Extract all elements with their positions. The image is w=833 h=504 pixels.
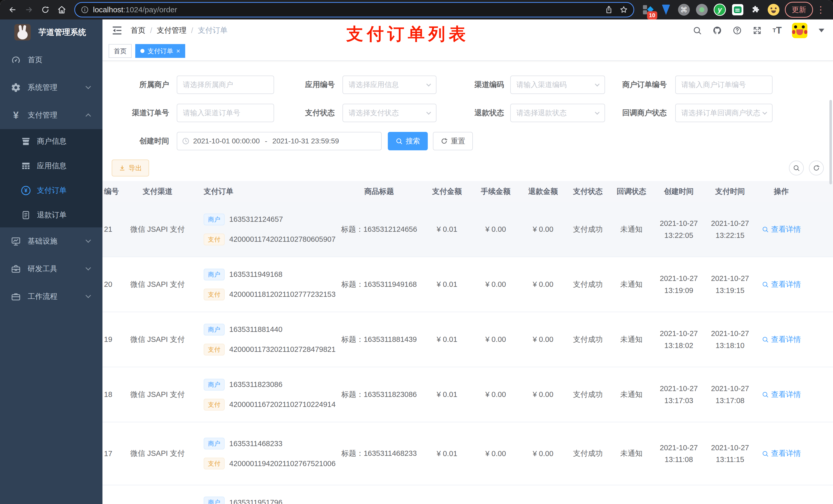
filter-label-app: 应用编号 <box>274 80 335 90</box>
sidebar-item-label: 应用信息 <box>37 161 67 171</box>
sidebar-item-merchant-info[interactable]: 商户信息 <box>0 129 102 154</box>
refund-status-select[interactable]: 请选择退款状态 <box>510 104 605 122</box>
home-button[interactable] <box>54 2 69 17</box>
close-icon[interactable]: × <box>176 47 180 55</box>
table-row[interactable]: 19 微信 JSAPI 支付 商户 1635311881440 支付 42000… <box>102 312 833 367</box>
create-time-range-picker[interactable]: 2021-10-01 00:00:00 - 2021-10-31 23:59:5… <box>177 132 382 150</box>
table-row[interactable]: 17 微信 JSAPI 支付 商户 1635311468233 支付 42000… <box>102 422 833 485</box>
search-icon <box>396 138 403 145</box>
fullscreen-icon[interactable] <box>752 25 762 35</box>
sidebar-item-payment[interactable]: ¥ 支付管理 <box>0 101 102 129</box>
extension-command-icon[interactable]: ⌘ <box>677 3 691 16</box>
font-size-icon[interactable]: TT <box>772 25 782 35</box>
breadcrumb-home[interactable]: 首页 <box>130 25 145 35</box>
browser-menu-icon[interactable]: ⋮ <box>815 5 828 14</box>
date-end[interactable]: 2021-10-31 23:59:59 <box>272 137 339 145</box>
filter-label-pay-status: 支付状态 <box>274 108 335 118</box>
search-icon[interactable] <box>692 25 703 35</box>
share-icon[interactable] <box>605 6 613 14</box>
chrome-update-button[interactable]: 更新 <box>785 2 813 18</box>
toolbox-icon <box>10 263 22 274</box>
merchant-input[interactable]: 请选择所属商户 <box>177 75 274 94</box>
sidebar-item-app-info[interactable]: 应用信息 <box>0 154 102 178</box>
sidebar-menu: 首页 系统管理 ¥ 支付管理 商户信息 <box>0 46 102 310</box>
github-icon[interactable] <box>712 25 722 35</box>
extension-recorder-icon[interactable] <box>695 3 709 16</box>
refund-amount: ¥ 0.00 <box>520 390 566 399</box>
bookmark-star-icon[interactable] <box>620 6 628 14</box>
filter-label-channel-order-no: 渠道订单号 <box>102 108 169 118</box>
collapse-sidebar-icon[interactable] <box>111 25 123 37</box>
merchant-order-no: 1635311881440 <box>229 325 283 334</box>
tab-home[interactable]: 首页 <box>109 44 132 58</box>
merchant-order-no: 1635311823086 <box>229 380 283 389</box>
channel-code-select[interactable]: 请输入渠道编码 <box>510 75 605 94</box>
view-detail-link[interactable]: 查看详情 <box>756 280 807 290</box>
breadcrumb: 首页 / 支付管理 / 支付订单 <box>130 25 228 35</box>
table-row-partial[interactable]: 商户 1635311951796 <box>102 485 833 504</box>
channel-order-no-input[interactable]: 请输入渠道订单号 <box>177 104 274 122</box>
merchant-tag: 商户 <box>204 214 224 225</box>
sidebar-item-dev-tools[interactable]: 研发工具 <box>0 255 102 283</box>
create-time: 2021-10-27 13:22:05 <box>653 217 705 241</box>
merchant-tag: 商户 <box>204 269 224 281</box>
extension-pinned-icon[interactable]: 10 <box>641 3 655 16</box>
sidebar-item-infrastructure[interactable]: 基础设施 <box>0 227 102 255</box>
breadcrumb-pay[interactable]: 支付管理 <box>157 25 187 35</box>
col-paid: 支付时间 <box>705 187 756 197</box>
sidebar-item-label: 支付管理 <box>28 110 57 120</box>
filter-label-create-time: 创建时间 <box>102 136 169 146</box>
refresh-table-button[interactable] <box>809 161 824 175</box>
sidebar-item-refund-order[interactable]: 退款订单 <box>0 203 102 227</box>
date-start[interactable]: 2021-10-01 00:00:00 <box>193 137 260 145</box>
help-icon[interactable] <box>732 25 742 35</box>
reset-button[interactable]: 重置 <box>433 132 473 150</box>
col-created: 创建时间 <box>653 187 705 197</box>
yen-icon: ¥ <box>10 110 22 121</box>
table-row[interactable]: 20 微信 JSAPI 支付 商户 1635311949168 支付 42000… <box>102 257 833 312</box>
sidebar-item-pay-order[interactable]: ¥ 支付订单 <box>0 178 102 203</box>
reload-button[interactable] <box>38 2 53 17</box>
view-detail-link[interactable]: 查看详情 <box>756 389 807 400</box>
search-icon <box>762 391 769 398</box>
toggle-search-button[interactable] <box>789 161 804 175</box>
site-info-icon[interactable] <box>81 6 89 14</box>
search-button[interactable]: 搜索 <box>388 132 428 150</box>
extensions-puzzle-icon[interactable] <box>749 3 762 16</box>
col-channel: 支付渠道 <box>125 187 190 197</box>
page-scrollbar-thumb[interactable] <box>829 100 832 184</box>
notify-status: 未通知 <box>610 389 653 400</box>
url-bar[interactable]: localhost:1024/pay/order <box>74 2 634 18</box>
callback-status-select[interactable]: 请选择订单回调商户状态 <box>675 104 772 122</box>
filter-form: 所属商户 请选择所属商户 应用编号 请选择应用信息 渠道编码 请输入渠道编码 商… <box>102 61 833 150</box>
col-notify: 回调状态 <box>610 187 653 197</box>
extension-chat-icon[interactable] <box>731 3 744 16</box>
profile-avatar-icon[interactable] <box>767 3 780 16</box>
sidebar-item-workflow[interactable]: 工作流程 <box>0 283 102 310</box>
pay-order-cell: 商户 1635311951796 <box>190 485 336 504</box>
table-row[interactable]: 21 微信 JSAPI 支付 商户 1635312124657 支付 42000… <box>102 202 833 257</box>
notify-status: 未通知 <box>610 280 653 290</box>
view-detail-link[interactable]: 查看详情 <box>756 224 807 235</box>
forward-button[interactable] <box>22 2 37 17</box>
sidebar-item-system[interactable]: 系统管理 <box>0 74 102 101</box>
merchant-order-no-input[interactable]: 请输入商户订单编号 <box>675 75 772 94</box>
view-detail-link[interactable]: 查看详情 <box>756 334 807 345</box>
export-button[interactable]: 导出 <box>112 160 149 176</box>
merchant-order-no: 1635311951796 <box>229 498 283 504</box>
col-order: 支付订单 <box>190 187 336 197</box>
extension-gem-icon[interactable] <box>659 3 673 16</box>
refund-amount: ¥ 0.00 <box>520 280 566 289</box>
back-button[interactable] <box>5 2 20 17</box>
user-avatar[interactable] <box>792 23 807 38</box>
search-icon <box>793 164 800 172</box>
pay-status-select[interactable]: 请选择支付状态 <box>342 104 436 122</box>
extension-y-icon[interactable]: y <box>713 3 727 16</box>
table-row[interactable]: 18 微信 JSAPI 支付 商户 1635311823086 支付 42000… <box>102 367 833 422</box>
view-detail-link[interactable]: 查看详情 <box>756 449 807 459</box>
avatar-caret-icon[interactable] <box>819 29 824 32</box>
app-select[interactable]: 请选择应用信息 <box>342 75 436 94</box>
pay-tag: 支付 <box>204 399 224 410</box>
sidebar-item-home[interactable]: 首页 <box>0 46 102 74</box>
tab-pay-order[interactable]: 支付订单 × <box>135 44 185 58</box>
